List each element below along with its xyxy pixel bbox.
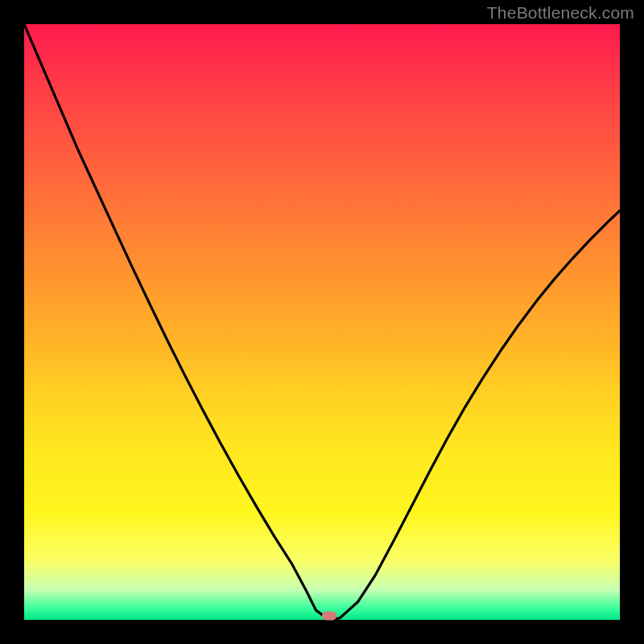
minimum-marker	[322, 612, 336, 621]
bottleneck-curve	[24, 24, 620, 620]
plot-area	[24, 24, 620, 620]
watermark-text: TheBottleneck.com	[487, 3, 634, 23]
chart-frame: TheBottleneck.com	[0, 0, 644, 644]
